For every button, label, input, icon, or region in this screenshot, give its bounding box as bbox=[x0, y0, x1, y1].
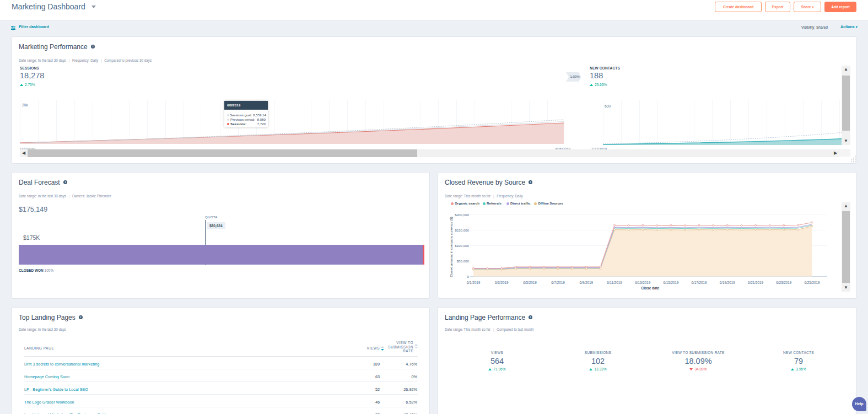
svg-text:6/25/2019: 6/25/2019 bbox=[804, 281, 820, 284]
svg-text:$50,000: $50,000 bbox=[457, 259, 470, 263]
svg-text:6/13/2019: 6/13/2019 bbox=[635, 281, 651, 284]
svg-text:6/1/2019: 6/1/2019 bbox=[467, 281, 481, 284]
svg-text:6/9/2019: 6/9/2019 bbox=[580, 281, 594, 284]
svg-text:20k: 20k bbox=[22, 103, 28, 107]
svg-text:6/7/2019: 6/7/2019 bbox=[551, 281, 565, 284]
svg-text:6/23/2019: 6/23/2019 bbox=[776, 281, 792, 284]
svg-text:6/3/2019: 6/3/2019 bbox=[495, 281, 509, 284]
svg-text:6/17/2019: 6/17/2019 bbox=[692, 281, 708, 284]
svg-text:$100,000: $100,000 bbox=[455, 244, 469, 248]
svg-text:Close date: Close date bbox=[641, 286, 660, 290]
svg-text:6/15/2019: 6/15/2019 bbox=[663, 281, 679, 284]
svg-text:$200,000: $200,000 bbox=[455, 213, 469, 217]
svg-text:6/19/2019: 6/19/2019 bbox=[720, 281, 736, 284]
svg-text:600: 600 bbox=[605, 104, 611, 108]
svg-text:6/5/2019: 6/5/2019 bbox=[523, 281, 537, 284]
svg-text:Closed amount in company curre: Closed amount in company currency ($) bbox=[449, 217, 453, 277]
svg-text:0: 0 bbox=[467, 275, 470, 278]
svg-text:6/21/2019: 6/21/2019 bbox=[748, 281, 764, 284]
svg-text:6/11/2019: 6/11/2019 bbox=[607, 281, 622, 284]
svg-text:$150,000: $150,000 bbox=[455, 228, 469, 232]
